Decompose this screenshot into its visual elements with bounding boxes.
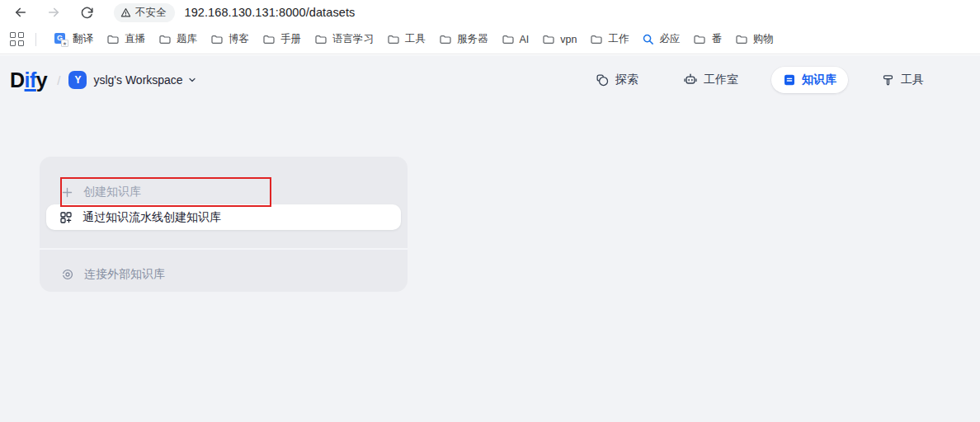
reload-icon: [80, 6, 94, 20]
bookmarks-bar: G★ 翻译 直播 题库 博客 手册 语言学习 工具 服务器 AI vpn 工作: [0, 25, 980, 54]
bookmark-label: 购物: [753, 32, 774, 46]
create-from-pipeline-option[interactable]: 通过知识流水线创建知识库: [46, 204, 401, 230]
bookmark-folder[interactable]: 工具: [380, 29, 432, 49]
bookmark-label: 工具: [405, 32, 426, 46]
bookmark-folder[interactable]: 番: [686, 29, 728, 49]
warning-triangle-icon: [120, 7, 131, 18]
bookmark-label: 工作: [608, 32, 629, 46]
forward-arrow-icon: [46, 5, 61, 20]
workspace-name: yslg's Workspace: [93, 73, 182, 87]
back-arrow-icon: [13, 5, 28, 20]
folder-icon: [106, 33, 120, 46]
tools-icon: [881, 73, 895, 87]
nav-item-tools[interactable]: 工具: [869, 67, 935, 93]
back-button[interactable]: [12, 3, 30, 21]
app-header: Dify / Y yslg's Workspace 探索 工作室 知识库: [0, 55, 980, 105]
bookmark-folder[interactable]: AI: [495, 30, 536, 49]
knowledge-icon: [783, 73, 796, 87]
folder-icon: [590, 33, 603, 46]
dify-page: Dify / Y yslg's Workspace 探索 工作室 知识库: [0, 55, 980, 422]
bookmark-folder[interactable]: vpn: [535, 30, 583, 49]
browser-toolbar: 不安全 192.168.130.131:8000/datasets: [0, 0, 980, 25]
bookmark-folder[interactable]: 题库: [152, 29, 204, 49]
translate-icon: G★: [54, 33, 68, 46]
explore-icon: [596, 73, 610, 87]
bookmark-folder[interactable]: 工作: [583, 29, 635, 49]
bookmark-label: 必应: [659, 32, 680, 46]
bookmark-folder[interactable]: 博客: [204, 29, 256, 49]
bookmark-label: AI: [520, 34, 530, 45]
nav-item-knowledge[interactable]: 知识库: [771, 67, 848, 93]
bookmark-folder[interactable]: 语言学习: [308, 29, 380, 49]
bookmark-label: 题库: [177, 32, 197, 46]
logo-text: y: [36, 68, 47, 91]
forward-button[interactable]: [45, 3, 63, 21]
bookmark-label: 翻译: [73, 32, 93, 46]
bookmark-folder[interactable]: 服务器: [432, 29, 495, 49]
folder-icon: [542, 33, 555, 46]
plus-icon: [61, 186, 73, 199]
create-knowledge-option[interactable]: 创建知识库: [61, 177, 394, 207]
card-divider: [40, 248, 408, 250]
folder-icon: [262, 33, 276, 46]
bookmark-label: vpn: [560, 34, 577, 45]
bookmark-label: 博客: [229, 32, 249, 46]
main-nav: 探索 工作室 知识库 工具: [584, 67, 935, 93]
nav-label: 工具: [901, 73, 924, 87]
external-knowledge-icon: [61, 268, 74, 281]
folder-icon: [314, 33, 327, 46]
bookmark-translate[interactable]: G★ 翻译: [48, 29, 100, 49]
logo-text-accent: if: [25, 68, 36, 91]
reload-button[interactable]: [78, 3, 96, 21]
folder-icon: [158, 33, 172, 46]
nav-item-studio[interactable]: 工作室: [671, 67, 750, 93]
bookmark-label: 语言学习: [332, 32, 374, 46]
breadcrumb-separator: /: [57, 73, 60, 87]
create-dataset-card: 创建知识库 通过知识流水线创建知识库 连接外部知识库: [40, 157, 408, 292]
chevron-down-icon: [187, 75, 197, 85]
bookmarks-divider: [35, 33, 36, 46]
create-knowledge-label: 创建知识库: [83, 185, 141, 199]
dify-logo[interactable]: Dify: [10, 68, 47, 92]
folder-icon: [735, 33, 748, 46]
nav-label: 工作室: [704, 73, 738, 87]
logo-text: D: [10, 68, 25, 91]
folder-icon: [502, 33, 515, 46]
pipeline-blocks-icon: [59, 211, 73, 224]
create-from-pipeline-label: 通过知识流水线创建知识库: [82, 210, 221, 225]
studio-icon: [683, 73, 698, 87]
site-security-chip[interactable]: 不安全: [114, 3, 175, 22]
search-icon: [642, 33, 654, 45]
bookmark-label: 服务器: [457, 32, 488, 46]
bookmark-label: 直播: [125, 32, 145, 46]
folder-icon: [387, 33, 400, 46]
folder-icon: [693, 33, 706, 46]
folder-icon: [210, 33, 224, 46]
workspace-selector[interactable]: Y yslg's Workspace: [68, 71, 196, 89]
apps-grid-icon[interactable]: [10, 32, 24, 46]
connect-external-label: 连接外部知识库: [84, 267, 165, 282]
bookmark-label: 番: [711, 32, 722, 46]
bookmark-bing[interactable]: 必应: [635, 29, 686, 49]
folder-icon: [439, 33, 452, 46]
screen: { "browser": { "toolbar": { "security_la…: [0, 0, 980, 422]
nav-label: 知识库: [802, 73, 836, 87]
nav-item-explore[interactable]: 探索: [584, 67, 650, 93]
workspace-avatar: Y: [68, 71, 87, 89]
address-bar-url[interactable]: 192.168.130.131:8000/datasets: [185, 6, 356, 19]
security-label: 不安全: [135, 6, 167, 20]
bookmark-label: 手册: [280, 32, 301, 46]
bookmark-folder[interactable]: 购物: [728, 29, 780, 49]
bookmark-folder[interactable]: 直播: [100, 29, 152, 49]
nav-label: 探索: [615, 73, 638, 87]
bookmark-folder[interactable]: 手册: [256, 29, 308, 49]
connect-external-option[interactable]: 连接外部知识库: [61, 260, 394, 289]
